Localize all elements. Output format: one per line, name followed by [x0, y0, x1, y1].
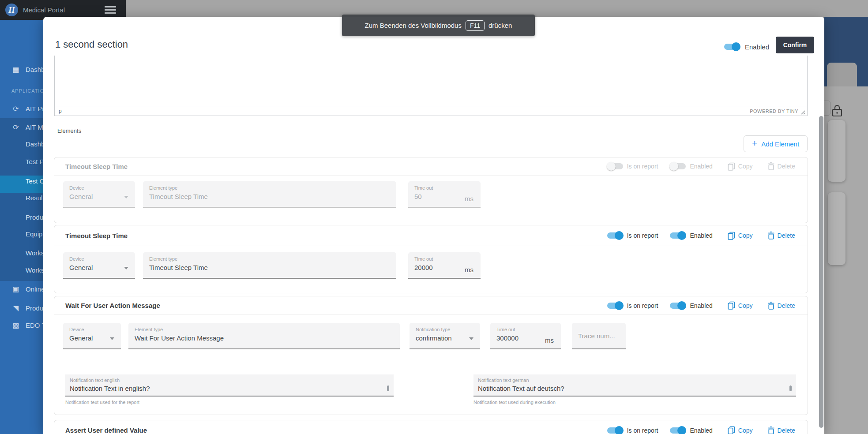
- menu-icon[interactable]: [105, 4, 116, 15]
- elements-label: Elements: [57, 127, 81, 134]
- delete-button[interactable]: Delete: [768, 162, 795, 170]
- card-title: Timeout Sleep Time: [65, 232, 128, 239]
- notification-type-select[interactable]: Notification type confirmation: [410, 323, 480, 349]
- brand-title: Medical Portal: [23, 6, 65, 14]
- dialog-title: 1 second section: [55, 39, 128, 50]
- confirm-button[interactable]: Confirm: [776, 37, 814, 53]
- notification-text-german-field[interactable]: Notification text german Notification Te…: [473, 374, 796, 397]
- lock-icon: [831, 104, 843, 117]
- element-card-assert-user-value: Assert User defined Value Is on report E…: [54, 420, 808, 434]
- text-cursor-icon: [387, 385, 389, 391]
- enabled-toggle[interactable]: [669, 162, 686, 171]
- trash-icon: [768, 162, 774, 170]
- underlay-top-strip: [824, 0, 868, 17]
- card-title: Wait For User Action Message: [65, 302, 160, 309]
- section-enabled-toggle[interactable]: [724, 42, 740, 51]
- dashboard-icon: ▦: [11, 65, 20, 74]
- sync-icon: ⟳: [11, 105, 20, 113]
- plus-icon: +: [752, 138, 757, 149]
- element-type-field[interactable]: Element type Timeout Sleep Time: [143, 181, 396, 208]
- card-title: Timeout Sleep Time: [65, 163, 128, 170]
- section-dialog: 1 second section Enabled Confirm p POWER…: [43, 17, 824, 434]
- timeout-field[interactable]: Time out 20000 ms: [408, 252, 481, 279]
- device-select[interactable]: Device General: [63, 181, 135, 208]
- grid-icon: ▩: [11, 321, 20, 329]
- sidebar-section-applications: APPLICATIO: [11, 88, 44, 94]
- notification-text-english-field[interactable]: Notification text english Notification T…: [65, 374, 394, 397]
- enabled-toggle[interactable]: [669, 426, 686, 434]
- enabled-toggle[interactable]: [669, 301, 686, 310]
- editor-element-path[interactable]: p: [59, 108, 62, 114]
- delete-button[interactable]: Delete: [768, 232, 795, 239]
- copy-button[interactable]: Copy: [728, 162, 753, 171]
- is-on-report-toggle[interactable]: [607, 426, 624, 434]
- element-card-wait-user-action: Wait For User Action Message Is on repor…: [54, 296, 808, 415]
- copy-icon: [728, 162, 735, 171]
- fullscreen-exit-toast: Zum Beenden des Vollbildmodus F11 drücke…: [342, 15, 535, 36]
- card-title: Assert User defined Value: [65, 427, 147, 434]
- field-helper-text: Notification text used for the report: [65, 400, 139, 405]
- trash-icon: [768, 302, 774, 310]
- copy-icon: [728, 301, 735, 310]
- is-on-report-toggle[interactable]: [607, 231, 624, 240]
- modal-scrollbar-thumb[interactable]: [819, 116, 823, 428]
- add-element-button[interactable]: + Add Element: [744, 135, 808, 152]
- device-select[interactable]: Device General: [63, 252, 135, 279]
- trash-icon: [768, 232, 774, 239]
- chevron-down-icon: [469, 337, 473, 340]
- underlay-tab: [827, 63, 857, 86]
- delete-button[interactable]: Delete: [768, 302, 795, 310]
- element-type-field[interactable]: Element type Timeout Sleep Time: [143, 252, 396, 279]
- editor-status-bar: p POWERED BY TINY: [55, 106, 807, 116]
- underlay-card: [828, 192, 845, 265]
- copy-button[interactable]: Copy: [728, 232, 753, 240]
- monitor-icon: ▣: [11, 285, 20, 293]
- tag-icon: ◥: [11, 304, 20, 312]
- chevron-down-icon: [124, 196, 128, 198]
- element-type-field[interactable]: Element type Wait For User Action Messag…: [128, 323, 400, 349]
- copy-icon: [728, 232, 735, 240]
- enabled-toggle[interactable]: [669, 231, 686, 240]
- underlay-card: [828, 120, 845, 182]
- text-cursor-icon: [789, 385, 792, 391]
- delete-button[interactable]: Delete: [768, 427, 795, 434]
- trace-number-field[interactable]: Trace num...: [572, 323, 626, 349]
- trash-icon: [768, 427, 774, 434]
- rich-text-editor: p POWERED BY TINY: [54, 56, 808, 116]
- editor-content-area[interactable]: [55, 56, 807, 106]
- toast-text-after: drücken: [488, 22, 512, 29]
- element-card-timeout-sleep-2: Timeout Sleep Time Is on report Enabled …: [54, 225, 808, 293]
- section-enabled-label: Enabled: [745, 43, 769, 51]
- chevron-down-icon: [124, 267, 128, 269]
- copy-button[interactable]: Copy: [728, 426, 753, 434]
- is-on-report-toggle[interactable]: [607, 301, 624, 310]
- copy-button[interactable]: Copy: [728, 301, 753, 310]
- timeout-field[interactable]: Time out 50 ms: [408, 181, 481, 208]
- field-helper-text: Notification text used during execution: [473, 400, 556, 405]
- element-card-timeout-sleep-1: Timeout Sleep Time Is on report Enabled …: [54, 157, 808, 223]
- toast-text-before: Zum Beenden des Vollbildmodus: [365, 22, 462, 29]
- sync-icon: ⟳: [11, 123, 20, 131]
- f11-key-badge: F11: [466, 20, 485, 31]
- device-select[interactable]: Device General: [63, 323, 121, 349]
- editor-branding[interactable]: POWERED BY TINY: [750, 108, 798, 114]
- resize-handle-icon[interactable]: [800, 110, 805, 115]
- screen: H Medical Portal ▦ Dashb APPLICATIO ⟳ AI…: [0, 0, 868, 434]
- timeout-field[interactable]: Time out 300000 ms: [490, 323, 561, 349]
- is-on-report-toggle[interactable]: [607, 162, 624, 171]
- chevron-down-icon: [110, 337, 114, 340]
- brand-logo-icon: H: [5, 4, 18, 16]
- copy-icon: [728, 426, 735, 434]
